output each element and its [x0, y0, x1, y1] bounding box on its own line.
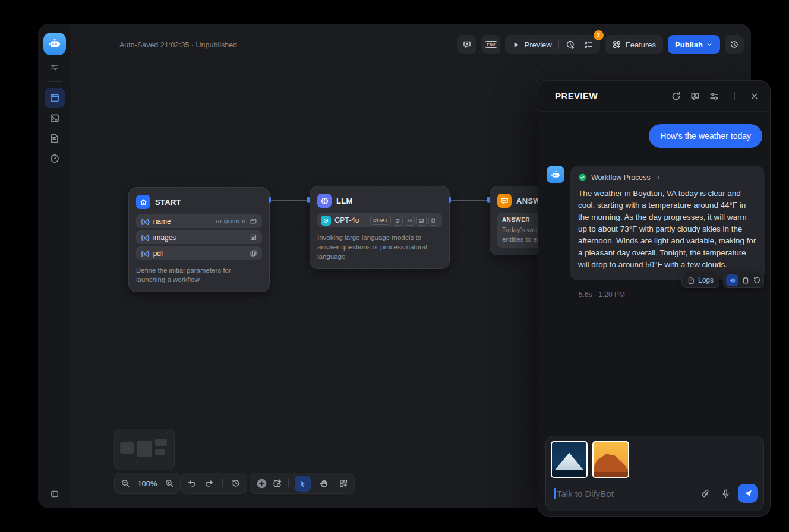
- vision-icon: [393, 216, 403, 226]
- port-llm-in[interactable]: [307, 197, 310, 203]
- attachments: [551, 441, 629, 478]
- node-llm-title: LLM: [336, 197, 353, 205]
- node-start-title: START: [155, 198, 181, 207]
- sidebar-item-logs[interactable]: [45, 128, 65, 148]
- play-icon[interactable]: [512, 40, 520, 49]
- port-llm-out[interactable]: [449, 197, 451, 203]
- port-answer-in[interactable]: [487, 197, 490, 203]
- openai-icon: [321, 216, 331, 226]
- publish-button[interactable]: Publish: [668, 35, 720, 54]
- chevron-right-icon: [655, 174, 662, 181]
- close-icon[interactable]: [750, 91, 759, 101]
- run-history-icon[interactable]: [566, 40, 576, 50]
- chat-input[interactable]: [557, 489, 697, 499]
- features-icon: [612, 40, 621, 49]
- version-history-icon: [730, 40, 739, 49]
- sidebar-item-monitoring[interactable]: [45, 148, 65, 169]
- bot-message-card: Workflow Process The weather in Boydton,…: [570, 166, 765, 280]
- workflow-process-label: Workflow Process: [591, 173, 651, 182]
- send-button[interactable]: [738, 484, 758, 503]
- pointer-tool[interactable]: [295, 476, 311, 492]
- env-icon: ENV: [485, 41, 498, 48]
- checklist-badge: 2: [594, 30, 604, 40]
- start-field-name[interactable]: {x} name REQUIRED: [136, 214, 262, 228]
- zoom-controls: 100%: [114, 473, 181, 494]
- bot-message-row: Workflow Process The weather in Boydton,…: [547, 166, 765, 299]
- conversation-settings-icon[interactable]: [709, 91, 719, 102]
- start-field-images[interactable]: {x} images: [136, 230, 262, 244]
- organize-nodes-icon[interactable]: [339, 479, 348, 488]
- document-icon: [428, 216, 438, 226]
- llm-model-row[interactable]: GPT-4o CHAT: [317, 213, 442, 227]
- add-node-icon[interactable]: [256, 478, 267, 489]
- speaker-icon[interactable]: [726, 274, 738, 286]
- debug-chat-button[interactable]: [457, 35, 476, 54]
- zoom-in-icon[interactable]: [165, 479, 174, 488]
- node-start[interactable]: START {x} name REQUIRED {x} images {x} p…: [128, 187, 270, 292]
- home-icon: [136, 195, 150, 209]
- app-settings-icon[interactable]: [50, 63, 59, 72]
- image-attachment-dune[interactable]: [592, 441, 629, 478]
- message-ops: [723, 273, 764, 288]
- preview-panel: PREVIEW How's the weather today Workflow…: [538, 80, 771, 517]
- zoom-level[interactable]: 100%: [136, 479, 159, 488]
- edge-llm-answer: [451, 200, 488, 201]
- logs-label: Logs: [698, 276, 714, 284]
- redo-icon[interactable]: [204, 479, 214, 488]
- env-variables-button[interactable]: ENV: [481, 35, 500, 54]
- text-caret: [554, 488, 556, 499]
- node-start-description: Define the initial parameters for launch…: [136, 265, 262, 284]
- undo-icon[interactable]: [187, 479, 197, 488]
- chat-input-card: [545, 436, 764, 511]
- preview-run-label[interactable]: Preview: [524, 40, 551, 49]
- change-history-icon[interactable]: [231, 479, 241, 488]
- publish-label: Publish: [675, 40, 703, 49]
- paragraph-icon: [250, 233, 257, 241]
- minimap[interactable]: [114, 429, 175, 470]
- preview-title: PREVIEW: [555, 91, 598, 101]
- hand-tool[interactable]: [315, 476, 332, 492]
- sidebar-item-api[interactable]: [45, 108, 65, 128]
- chat-area: How's the weather today Workflow Process…: [538, 112, 770, 516]
- paperclip-icon[interactable]: [700, 489, 711, 499]
- bot-message-text: The weather in Boydton, VA today is clea…: [578, 188, 756, 271]
- success-check-icon: [578, 173, 587, 182]
- checklist-icon[interactable]: [583, 40, 594, 50]
- copy-icon[interactable]: [741, 276, 750, 284]
- workflow-process-toggle[interactable]: Workflow Process: [578, 173, 756, 182]
- features-label: Features: [626, 40, 656, 49]
- chat-close-icon: [462, 40, 472, 49]
- microphone-icon[interactable]: [721, 489, 731, 499]
- port-start-out[interactable]: [269, 197, 271, 203]
- start-field-pdf[interactable]: {x} pdf: [136, 246, 262, 260]
- preview-header: PREVIEW: [538, 81, 770, 112]
- preview-run-group: Preview 2: [505, 35, 599, 54]
- add-note-icon[interactable]: [272, 479, 282, 489]
- node-llm[interactable]: LLM GPT-4o CHAT Invoking large language …: [310, 186, 450, 269]
- sidebar-item-orchestrate[interactable]: [45, 88, 65, 108]
- app-logo[interactable]: [43, 33, 66, 55]
- restart-conversation-icon[interactable]: [671, 91, 681, 102]
- image-generation-icon: [416, 216, 427, 226]
- zoom-out-icon[interactable]: [121, 479, 130, 488]
- collapse-sidebar-icon[interactable]: [50, 489, 59, 499]
- sidebar-divider: [47, 81, 62, 82]
- bot-avatar: [547, 166, 564, 183]
- logs-icon: [687, 277, 695, 284]
- version-history-button[interactable]: [725, 35, 744, 54]
- user-message: How's the weather today: [649, 124, 762, 148]
- topbar-actions: ENV Preview 2 Features Publish: [457, 35, 744, 54]
- logs-button[interactable]: Logs: [681, 273, 719, 288]
- features-button[interactable]: Features: [605, 35, 663, 54]
- image-attachment-fuji[interactable]: [551, 441, 588, 478]
- chevron-down-icon: [706, 41, 713, 48]
- edge-start-llm: [271, 200, 308, 201]
- required-tag: REQUIRED: [216, 218, 246, 224]
- answer-icon: [497, 194, 512, 208]
- node-llm-description: Invoking large language models to answer…: [317, 233, 442, 261]
- chat-close-icon[interactable]: [690, 91, 700, 102]
- audio-icon: [405, 216, 415, 226]
- history-controls: [181, 473, 247, 494]
- autosave-status: Auto-Saved 21:02:35 · Unpublished: [119, 41, 237, 49]
- regenerate-icon[interactable]: [753, 276, 761, 284]
